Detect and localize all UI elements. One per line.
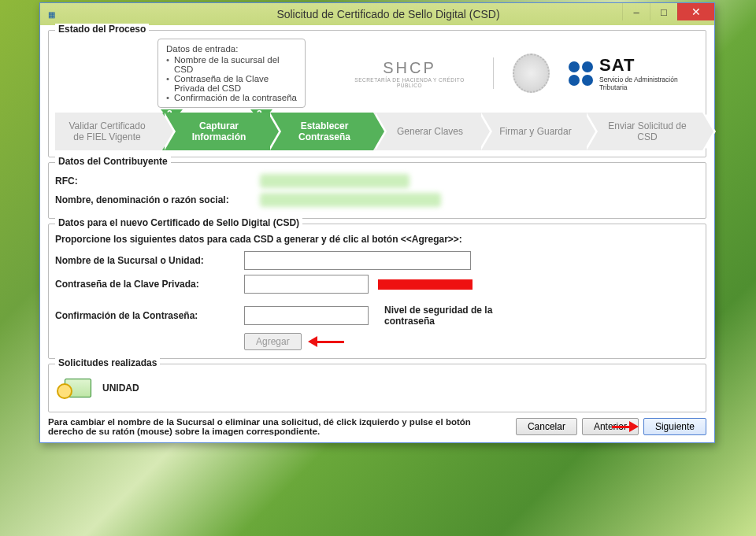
- client-area: Estado del Proceso Datos de entrada: Nom…: [40, 25, 714, 442]
- name-label: Nombre, denominación o razón social:: [55, 194, 260, 205]
- close-button[interactable]: ✕: [677, 3, 714, 20]
- minimize-button[interactable]: –: [622, 3, 650, 20]
- annotation-arrow-next: [612, 421, 639, 432]
- tooltip-item: Contraseña de la Clave Privada del CSD: [166, 74, 297, 93]
- input-tooltip: Datos de entrada: Nombre de la sucursal …: [158, 39, 306, 108]
- contrib-legend: Datos del Contribuyente: [55, 156, 171, 167]
- mexico-seal-icon: [513, 54, 550, 93]
- process-header-row: Datos de entrada: Nombre de la sucursal …: [55, 39, 699, 108]
- requests-legend: Solicitudes realizadas: [55, 357, 160, 368]
- branch-input[interactable]: [244, 251, 471, 270]
- footer-note: Para cambiar el nombre de la Sucursal o …: [48, 417, 508, 436]
- requests-group: Solicitudes realizadas UNIDAD: [48, 364, 706, 412]
- app-icon: ▦: [45, 8, 57, 20]
- window-title: Solicitud de Certificado de Sello Digita…: [62, 8, 714, 20]
- step-validar: Validar Certificado de FIEL Vigente: [55, 113, 162, 150]
- contrib-group: Datos del Contribuyente RFC: Nombre, den…: [48, 162, 706, 219]
- step-generar: Generar Claves: [373, 113, 479, 150]
- shcp-logo: SHCP SECRETARÍA DE HACIENDA Y CRÉDITO PÚ…: [345, 59, 473, 88]
- confirm-input[interactable]: [244, 306, 369, 325]
- step-enviar: Enviar Solicitud de CSD: [584, 113, 702, 150]
- titlebar[interactable]: ▦ Solicitud de Certificado de Sello Digi…: [40, 3, 714, 25]
- window-controls: – □ ✕: [622, 3, 714, 20]
- step-capturar: Capturar Información: [162, 113, 268, 150]
- sat-dots-icon: [569, 61, 593, 86]
- password-label: Contraseña de la Clave Privada:: [55, 279, 244, 290]
- csd-legend: Datos para el nuevo Certificado de Sello…: [55, 217, 302, 228]
- tooltip-title: Datos de entrada:: [166, 44, 297, 54]
- tooltip-item: Nombre de la sucursal del CSD: [166, 55, 297, 74]
- footer-buttons: Cancelar Anterior Siguiente: [516, 418, 706, 435]
- password-input[interactable]: [244, 275, 369, 294]
- name-value: [260, 193, 441, 207]
- annotation-arrow-add: [308, 336, 344, 347]
- sat-text: SAT: [599, 55, 699, 76]
- strength-label: Nivel de seguridad de la contraseña: [384, 305, 534, 327]
- csd-instruction: Proporcione los siguientes datos para ca…: [55, 234, 699, 245]
- csd-group: Datos para el nuevo Certificado de Sello…: [48, 224, 706, 359]
- process-legend: Estado del Proceso: [55, 24, 149, 35]
- cancel-button[interactable]: Cancelar: [516, 418, 577, 435]
- step-establecer: Establecer Contraseña: [268, 113, 373, 150]
- process-group: Estado del Proceso Datos de entrada: Nom…: [48, 30, 706, 157]
- shcp-sub: SECRETARÍA DE HACIENDA Y CRÉDITO PÚBLICO: [345, 77, 473, 88]
- wizard-steps: Validar Certificado de FIEL Vigente Capt…: [55, 113, 699, 150]
- maximize-button[interactable]: □: [650, 3, 677, 20]
- step-firmar: Firmar y Guardar: [479, 113, 584, 150]
- app-window: ▦ Solicitud de Certificado de Sello Digi…: [39, 2, 715, 443]
- confirm-label: Confirmación de la Contraseña:: [55, 310, 244, 321]
- branch-label: Nombre de la Sucursal o Unidad:: [55, 255, 244, 266]
- next-button[interactable]: Siguiente: [643, 418, 706, 435]
- sat-sub: Servicio de Administración Tributaria: [599, 76, 699, 91]
- footer: Para cambiar el nombre de la Sucursal o …: [48, 417, 706, 436]
- sat-logo: SAT Servicio de Administración Tributari…: [569, 55, 699, 91]
- logos: SHCP SECRETARÍA DE HACIENDA Y CRÉDITO PÚ…: [345, 54, 699, 93]
- rfc-label: RFC:: [55, 176, 260, 187]
- tooltip-item: Confirmación de la contraseña: [166, 93, 297, 102]
- logo-divider: [493, 57, 494, 89]
- add-button[interactable]: Agregar: [244, 333, 302, 350]
- request-item-icon[interactable]: [57, 375, 91, 401]
- rfc-value: [260, 174, 410, 188]
- shcp-text: SHCP: [345, 59, 473, 77]
- request-item-name[interactable]: UNIDAD: [102, 383, 139, 394]
- strength-bar: [378, 279, 472, 290]
